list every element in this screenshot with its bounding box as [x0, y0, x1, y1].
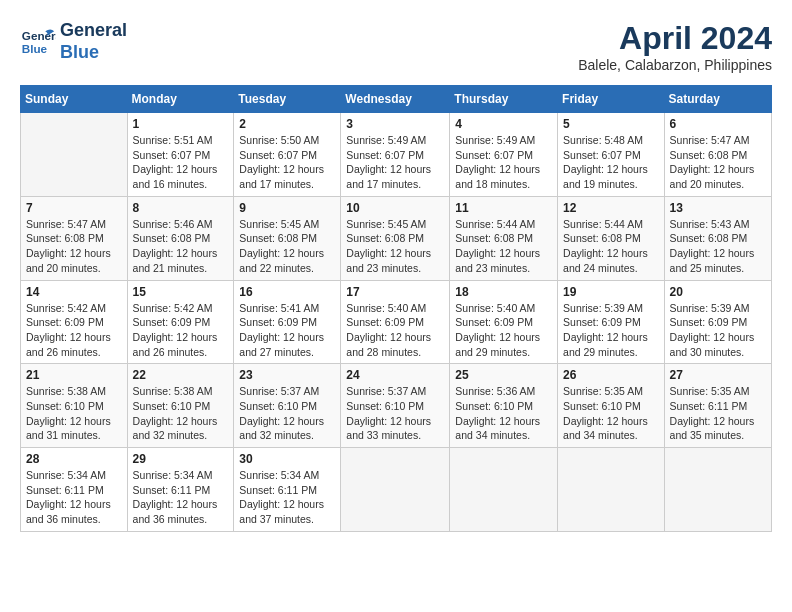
day-number: 20 — [670, 285, 766, 299]
day-info: Sunrise: 5:47 AMSunset: 6:08 PMDaylight:… — [670, 134, 755, 190]
weekday-header-cell: Wednesday — [341, 86, 450, 113]
calendar-day-cell: 17 Sunrise: 5:40 AMSunset: 6:09 PMDaylig… — [341, 280, 450, 364]
day-number: 18 — [455, 285, 552, 299]
day-number: 2 — [239, 117, 335, 131]
location-subtitle: Balele, Calabarzon, Philippines — [578, 57, 772, 73]
day-number: 10 — [346, 201, 444, 215]
day-info: Sunrise: 5:44 AMSunset: 6:08 PMDaylight:… — [455, 218, 540, 274]
calendar-day-cell: 27 Sunrise: 5:35 AMSunset: 6:11 PMDaylig… — [664, 364, 771, 448]
day-number: 19 — [563, 285, 659, 299]
logo-text-line2: Blue — [60, 42, 127, 64]
day-number: 27 — [670, 368, 766, 382]
day-info: Sunrise: 5:46 AMSunset: 6:08 PMDaylight:… — [133, 218, 218, 274]
calendar-day-cell: 9 Sunrise: 5:45 AMSunset: 6:08 PMDayligh… — [234, 196, 341, 280]
day-number: 5 — [563, 117, 659, 131]
day-info: Sunrise: 5:36 AMSunset: 6:10 PMDaylight:… — [455, 385, 540, 441]
day-number: 12 — [563, 201, 659, 215]
day-number: 14 — [26, 285, 122, 299]
calendar-day-cell: 16 Sunrise: 5:41 AMSunset: 6:09 PMDaylig… — [234, 280, 341, 364]
calendar-day-cell: 26 Sunrise: 5:35 AMSunset: 6:10 PMDaylig… — [558, 364, 665, 448]
day-info: Sunrise: 5:37 AMSunset: 6:10 PMDaylight:… — [239, 385, 324, 441]
day-info: Sunrise: 5:39 AMSunset: 6:09 PMDaylight:… — [670, 302, 755, 358]
day-info: Sunrise: 5:42 AMSunset: 6:09 PMDaylight:… — [26, 302, 111, 358]
calendar-week-row: 21 Sunrise: 5:38 AMSunset: 6:10 PMDaylig… — [21, 364, 772, 448]
calendar-day-cell: 4 Sunrise: 5:49 AMSunset: 6:07 PMDayligh… — [450, 113, 558, 197]
calendar-table: SundayMondayTuesdayWednesdayThursdayFrid… — [20, 85, 772, 532]
day-info: Sunrise: 5:40 AMSunset: 6:09 PMDaylight:… — [346, 302, 431, 358]
day-info: Sunrise: 5:34 AMSunset: 6:11 PMDaylight:… — [133, 469, 218, 525]
calendar-week-row: 14 Sunrise: 5:42 AMSunset: 6:09 PMDaylig… — [21, 280, 772, 364]
day-info: Sunrise: 5:34 AMSunset: 6:11 PMDaylight:… — [239, 469, 324, 525]
page-header: General Blue General Blue April 2024 Bal… — [20, 20, 772, 73]
calendar-day-cell: 25 Sunrise: 5:36 AMSunset: 6:10 PMDaylig… — [450, 364, 558, 448]
day-info: Sunrise: 5:38 AMSunset: 6:10 PMDaylight:… — [26, 385, 111, 441]
calendar-day-cell: 29 Sunrise: 5:34 AMSunset: 6:11 PMDaylig… — [127, 448, 234, 532]
calendar-day-cell: 5 Sunrise: 5:48 AMSunset: 6:07 PMDayligh… — [558, 113, 665, 197]
calendar-week-row: 28 Sunrise: 5:34 AMSunset: 6:11 PMDaylig… — [21, 448, 772, 532]
day-info: Sunrise: 5:45 AMSunset: 6:08 PMDaylight:… — [239, 218, 324, 274]
weekday-header-cell: Thursday — [450, 86, 558, 113]
day-number: 22 — [133, 368, 229, 382]
day-number: 25 — [455, 368, 552, 382]
day-info: Sunrise: 5:42 AMSunset: 6:09 PMDaylight:… — [133, 302, 218, 358]
logo-text-line1: General — [60, 20, 127, 42]
day-number: 7 — [26, 201, 122, 215]
calendar-header: SundayMondayTuesdayWednesdayThursdayFrid… — [21, 86, 772, 113]
day-info: Sunrise: 5:50 AMSunset: 6:07 PMDaylight:… — [239, 134, 324, 190]
day-number: 15 — [133, 285, 229, 299]
day-info: Sunrise: 5:45 AMSunset: 6:08 PMDaylight:… — [346, 218, 431, 274]
day-number: 4 — [455, 117, 552, 131]
day-info: Sunrise: 5:43 AMSunset: 6:08 PMDaylight:… — [670, 218, 755, 274]
day-info: Sunrise: 5:34 AMSunset: 6:11 PMDaylight:… — [26, 469, 111, 525]
day-number: 30 — [239, 452, 335, 466]
day-info: Sunrise: 5:44 AMSunset: 6:08 PMDaylight:… — [563, 218, 648, 274]
weekday-header-cell: Friday — [558, 86, 665, 113]
calendar-day-cell: 11 Sunrise: 5:44 AMSunset: 6:08 PMDaylig… — [450, 196, 558, 280]
calendar-day-cell — [558, 448, 665, 532]
calendar-day-cell — [21, 113, 128, 197]
calendar-day-cell: 19 Sunrise: 5:39 AMSunset: 6:09 PMDaylig… — [558, 280, 665, 364]
day-info: Sunrise: 5:48 AMSunset: 6:07 PMDaylight:… — [563, 134, 648, 190]
calendar-day-cell: 1 Sunrise: 5:51 AMSunset: 6:07 PMDayligh… — [127, 113, 234, 197]
calendar-day-cell: 23 Sunrise: 5:37 AMSunset: 6:10 PMDaylig… — [234, 364, 341, 448]
day-number: 8 — [133, 201, 229, 215]
day-info: Sunrise: 5:35 AMSunset: 6:10 PMDaylight:… — [563, 385, 648, 441]
day-info: Sunrise: 5:47 AMSunset: 6:08 PMDaylight:… — [26, 218, 111, 274]
calendar-day-cell — [450, 448, 558, 532]
calendar-week-row: 7 Sunrise: 5:47 AMSunset: 6:08 PMDayligh… — [21, 196, 772, 280]
calendar-day-cell: 28 Sunrise: 5:34 AMSunset: 6:11 PMDaylig… — [21, 448, 128, 532]
logo: General Blue General Blue — [20, 20, 127, 63]
day-number: 9 — [239, 201, 335, 215]
day-number: 23 — [239, 368, 335, 382]
calendar-day-cell: 15 Sunrise: 5:42 AMSunset: 6:09 PMDaylig… — [127, 280, 234, 364]
day-info: Sunrise: 5:39 AMSunset: 6:09 PMDaylight:… — [563, 302, 648, 358]
day-number: 1 — [133, 117, 229, 131]
day-number: 11 — [455, 201, 552, 215]
calendar-day-cell: 24 Sunrise: 5:37 AMSunset: 6:10 PMDaylig… — [341, 364, 450, 448]
calendar-day-cell: 13 Sunrise: 5:43 AMSunset: 6:08 PMDaylig… — [664, 196, 771, 280]
calendar-day-cell: 10 Sunrise: 5:45 AMSunset: 6:08 PMDaylig… — [341, 196, 450, 280]
calendar-day-cell: 2 Sunrise: 5:50 AMSunset: 6:07 PMDayligh… — [234, 113, 341, 197]
month-year-title: April 2024 — [578, 20, 772, 57]
day-info: Sunrise: 5:37 AMSunset: 6:10 PMDaylight:… — [346, 385, 431, 441]
day-info: Sunrise: 5:49 AMSunset: 6:07 PMDaylight:… — [346, 134, 431, 190]
calendar-day-cell: 20 Sunrise: 5:39 AMSunset: 6:09 PMDaylig… — [664, 280, 771, 364]
day-info: Sunrise: 5:41 AMSunset: 6:09 PMDaylight:… — [239, 302, 324, 358]
day-number: 17 — [346, 285, 444, 299]
day-info: Sunrise: 5:40 AMSunset: 6:09 PMDaylight:… — [455, 302, 540, 358]
day-number: 26 — [563, 368, 659, 382]
calendar-day-cell: 18 Sunrise: 5:40 AMSunset: 6:09 PMDaylig… — [450, 280, 558, 364]
day-number: 6 — [670, 117, 766, 131]
calendar-day-cell: 8 Sunrise: 5:46 AMSunset: 6:08 PMDayligh… — [127, 196, 234, 280]
calendar-day-cell: 12 Sunrise: 5:44 AMSunset: 6:08 PMDaylig… — [558, 196, 665, 280]
calendar-day-cell — [664, 448, 771, 532]
weekday-header-cell: Tuesday — [234, 86, 341, 113]
calendar-body: 1 Sunrise: 5:51 AMSunset: 6:07 PMDayligh… — [21, 113, 772, 532]
day-number: 24 — [346, 368, 444, 382]
day-number: 3 — [346, 117, 444, 131]
svg-text:Blue: Blue — [22, 41, 48, 54]
title-block: April 2024 Balele, Calabarzon, Philippin… — [578, 20, 772, 73]
day-number: 16 — [239, 285, 335, 299]
day-info: Sunrise: 5:35 AMSunset: 6:11 PMDaylight:… — [670, 385, 755, 441]
day-number: 21 — [26, 368, 122, 382]
